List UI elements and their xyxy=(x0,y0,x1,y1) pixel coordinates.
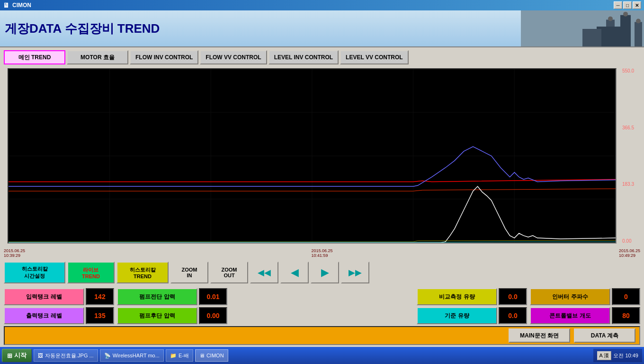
tab-flow-vv-control[interactable]: FLOW VV CONTROL xyxy=(200,50,267,64)
start-button[interactable]: ⊞ 시작 xyxy=(2,349,32,362)
panel-row-base-flow: 기준 유량 0.0 xyxy=(417,307,527,324)
maximize-button[interactable]: □ xyxy=(623,1,632,9)
taskbar-item-1-label: WirelessHART mo... xyxy=(113,353,160,358)
panel-row-output-tank: 출력탱크 레벨 135 xyxy=(4,307,114,324)
x-label-left: 2015.06.25 10:39:29 xyxy=(4,248,25,258)
taskbar-item-3-label: CIMON xyxy=(206,353,224,358)
x-axis-labels: 2015.06.25 10:39:29 2015.06.25 10:41:59 … xyxy=(0,247,644,259)
taskbar-item-2-label: E-배 xyxy=(179,352,189,359)
taskbar-system-tray: A 漢 오전 10:49 xyxy=(593,349,642,362)
x-label-mid: 2015.06.25 10:41:59 xyxy=(311,248,332,258)
zoom-out-button[interactable]: ZOOM OUT xyxy=(210,262,248,283)
left-panel-group: 입력탱크 레벨 142 출력탱크 레벨 135 xyxy=(4,288,114,324)
title-bar: 🖥 CIMON ─ □ ✕ xyxy=(0,0,644,10)
taskbar-item-1[interactable]: 📡 WirelessHART mo... xyxy=(100,349,164,362)
panel-row-compare-flow: 비교측정 유량 0.0 xyxy=(417,288,527,305)
live-trend-button[interactable]: 라이브 TREND xyxy=(67,262,115,283)
y-label-bottom: 0.00 xyxy=(622,238,638,244)
tab-level-vv-control[interactable]: LEVEL VV CONTROL xyxy=(340,50,408,64)
factory-background xyxy=(521,10,644,46)
svg-point-8 xyxy=(636,19,641,24)
inverter-freq-label: 인버터 주파수 xyxy=(530,288,610,305)
zoom-in-button[interactable]: ZOOM IN xyxy=(170,262,208,283)
window-controls: ─ □ ✕ xyxy=(614,1,641,9)
title-bar-text: CIMON xyxy=(12,2,31,9)
taskbar-clock: 오전 10:49 xyxy=(613,352,638,359)
panel-row-input-tank: 입력탱크 레벨 142 xyxy=(4,288,114,305)
taskbar-item-0-label: 자동운전효율.JPG ... xyxy=(45,352,94,359)
base-flow-value: 0.0 xyxy=(499,307,527,324)
taskbar-item-1-icon: 📡 xyxy=(104,353,111,359)
taskbar-item-3[interactable]: 🖥 CIMON xyxy=(195,349,228,362)
taskbar-item-0[interactable]: 🖼 자동운전효율.JPG ... xyxy=(34,349,98,362)
svg-rect-5 xyxy=(582,29,601,46)
svg-rect-3 xyxy=(635,22,642,46)
tab-flow-inv-control[interactable]: FLOW INV CONTROL xyxy=(130,50,198,64)
input-tank-label: 입력탱크 레벨 xyxy=(4,288,84,305)
close-button[interactable]: ✕ xyxy=(633,1,641,9)
taskbar-item-2-icon: 📁 xyxy=(170,353,177,359)
windows-logo: ⊞ xyxy=(7,352,12,359)
inverter-freq-value: 0 xyxy=(612,288,640,305)
right2-panel-group: 인버터 주파수 0 콘트롤밸브 개도 80 xyxy=(530,288,640,324)
taskbar-item-2[interactable]: 📁 E-배 xyxy=(166,349,193,362)
input-tank-value: 142 xyxy=(86,288,114,305)
output-tank-label: 출력탱크 레벨 xyxy=(4,307,84,324)
data-measurement-button[interactable]: DATA 계측 xyxy=(574,328,635,343)
fast-forward-button[interactable]: ▶▶ xyxy=(341,262,369,283)
y-label-mid1: 366.5 xyxy=(622,125,638,130)
taskbar: ⊞ 시작 🖼 자동운전효율.JPG ... 📡 WirelessHART mo.… xyxy=(0,347,644,364)
pump-rear-value: 0.00 xyxy=(199,307,227,324)
tab-navigation: 메인 TREND MOTOR 효율 FLOW INV CONTROL FLOW … xyxy=(0,47,644,64)
pump-front-label: 펌프전단 압력 xyxy=(117,288,197,305)
historical-time-button[interactable]: 히스토리칼 시간설정 xyxy=(4,262,65,283)
output-tank-value: 135 xyxy=(86,307,114,324)
x-label-right: 2015.06.25 10:49:29 xyxy=(619,248,640,258)
rewind-button[interactable]: ◀ xyxy=(280,262,309,283)
compare-flow-label: 비교측정 유량 xyxy=(417,288,497,305)
panel-row-pump-rear: 펌프후단 압력 0.00 xyxy=(117,307,227,324)
tab-level-inv-control[interactable]: LEVEL INV CONTROL xyxy=(268,50,339,64)
control-valve-label: 콘트롤밸브 개도 xyxy=(530,307,610,324)
panel-row-control-valve: 콘트롤밸브 개도 80 xyxy=(530,307,640,324)
main-screen-button[interactable]: MAIN문전 화면 xyxy=(509,328,570,343)
panel-row-inverter-freq: 인버터 주파수 0 xyxy=(530,288,640,305)
pump-rear-label: 펌프후단 압력 xyxy=(117,307,197,324)
forward-button[interactable]: ▶ xyxy=(311,262,339,283)
fast-rewind-button[interactable]: ◀◀ xyxy=(250,262,278,283)
historical-trend-button[interactable]: 히스토리칼 TREND xyxy=(116,262,169,283)
tab-motor-efficiency[interactable]: MOTOR 효율 xyxy=(67,50,128,64)
start-label: 시작 xyxy=(14,351,27,360)
middle-panel-group: 펌프전단 압력 0.01 펌프후단 압력 0.00 xyxy=(117,288,227,324)
controls-row: 히스토리칼 시간설정 라이브 TREND 히스토리칼 TREND ZOOM IN… xyxy=(0,259,644,286)
app-icon: 🖥 xyxy=(3,1,9,9)
header-image xyxy=(521,10,644,46)
y-label-top: 550.0 xyxy=(622,68,638,73)
header-area: 게장DATA 수집장비 TREND 2015/06/25 10:49:29 xyxy=(0,10,644,47)
minimize-button[interactable]: ─ xyxy=(614,1,622,9)
right1-panel-group: 비교측정 유량 0.0 기준 유량 0.0 xyxy=(417,288,527,324)
svg-point-6 xyxy=(608,17,613,21)
pump-front-value: 0.01 xyxy=(199,288,227,305)
control-valve-value: 80 xyxy=(612,307,640,324)
compare-flow-value: 0.0 xyxy=(499,288,527,305)
panel-row-pump-front: 펌프전단 압력 0.01 xyxy=(117,288,227,305)
data-panels: 입력탱크 레벨 142 출력탱크 레벨 135 펌프전단 압력 0.01 펌프후… xyxy=(0,286,644,326)
y-axis-labels: 550.0 366.5 183.3 0.00 xyxy=(620,66,640,246)
y-label-mid2: 183.3 xyxy=(622,182,638,187)
taskbar-item-3-icon: 🖥 xyxy=(199,353,205,358)
base-flow-label: 기준 유량 xyxy=(417,307,497,324)
taskbar-item-0-icon: 🖼 xyxy=(38,353,43,358)
svg-point-7 xyxy=(623,12,628,17)
language-button[interactable]: A 漢 xyxy=(597,351,612,360)
page-title: 게장DATA 수집장비 TREND xyxy=(5,20,160,37)
main-window: 게장DATA 수집장비 TREND 2015/06/25 10:49:29 xyxy=(0,10,644,347)
trend-chart xyxy=(8,68,617,244)
tab-main-trend[interactable]: 메인 TREND xyxy=(4,50,65,64)
bottom-action-bar: MAIN문전 화면 DATA 계측 xyxy=(4,326,640,345)
